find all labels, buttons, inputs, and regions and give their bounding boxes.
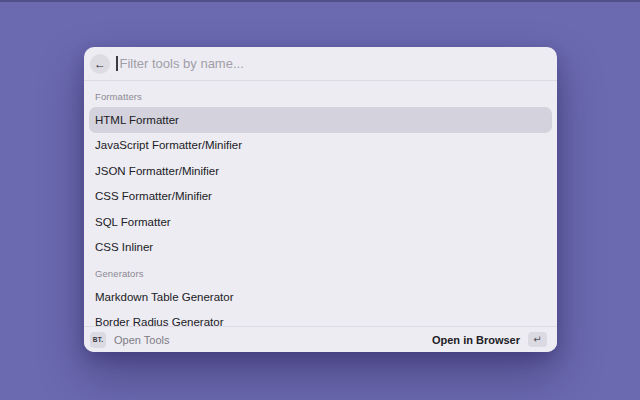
list-item-markdown-table-generator[interactable]: Markdown Table Generator [89,284,552,310]
command-palette: ← Formatters HTML Formatter JavaScript F… [84,47,557,352]
list-item-label: CSS Formatter/Minifier [95,190,212,202]
primary-action-label[interactable]: Open in Browser [432,334,520,346]
list-item-border-radius-generator[interactable]: Border Radius Generator [89,310,552,327]
list-item-label: HTML Formatter [95,114,179,126]
back-arrow-icon: ← [94,58,106,70]
list-item-label: JavaScript Formatter/Minifier [95,139,242,151]
list-item-label: JSON Formatter/Minifier [95,165,219,177]
list-item-json-formatter[interactable]: JSON Formatter/Minifier [89,158,552,184]
search-input[interactable] [118,47,548,80]
list-item-html-formatter[interactable]: HTML Formatter [89,107,552,133]
enter-key-icon[interactable]: ↵ [528,332,547,347]
section-header-formatters: Formatters [89,83,552,107]
list-item-label: SQL Formatter [95,216,171,228]
list-item-javascript-formatter[interactable]: JavaScript Formatter/Minifier [89,133,552,159]
list-item-css-inliner[interactable]: CSS Inliner [89,235,552,261]
search-bar: ← [84,47,557,81]
app-name-label: Open Tools [114,334,169,346]
list-item-label: Markdown Table Generator [95,291,234,303]
list-item-label: CSS Inliner [95,241,153,253]
app-logo-badge: BT. [90,332,106,348]
tool-list: Formatters HTML Formatter JavaScript For… [84,81,557,326]
section-header-generators: Generators [89,260,552,284]
list-item-css-formatter[interactable]: CSS Formatter/Minifier [89,184,552,210]
back-button[interactable]: ← [90,54,110,74]
list-item-sql-formatter[interactable]: SQL Formatter [89,209,552,235]
list-item-label: Border Radius Generator [95,316,223,326]
footer-bar: BT. Open Tools Open in Browser ↵ [84,326,557,352]
